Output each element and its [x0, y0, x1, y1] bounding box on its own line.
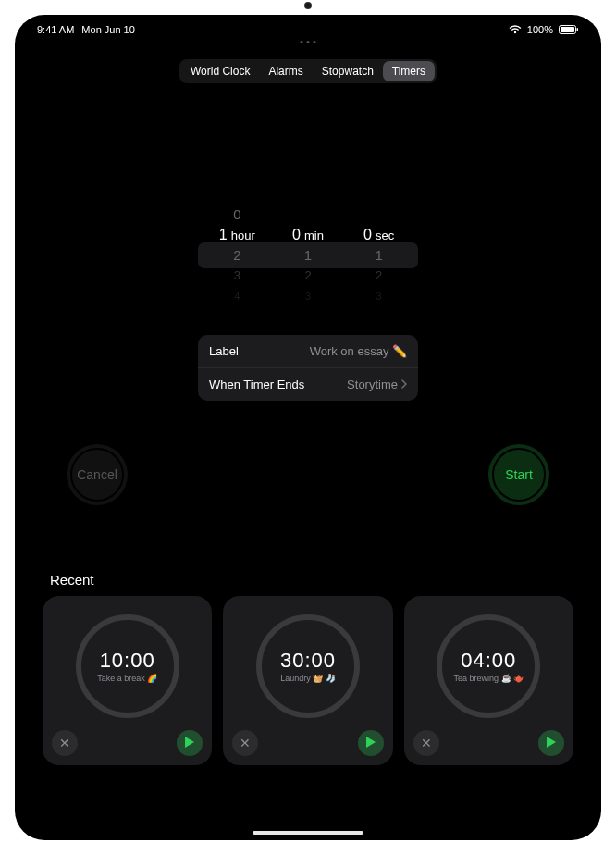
recent-timer-label: Tea brewing ☕️ 🫖: [450, 675, 528, 684]
recent-timer-label: Laundry 🧺 🧦: [277, 675, 339, 684]
recent-timers-row: 10:00 Take a break 🌈 ✕ 30:00 Laundry 🧺 🧦: [43, 596, 573, 765]
timer-dial: 04:00 Tea brewing ☕️ 🫖: [437, 614, 540, 718]
play-icon: [185, 735, 194, 751]
wifi-icon: [509, 25, 522, 34]
timer-label-value: Work on essay ✏️: [310, 344, 407, 358]
battery-icon: [559, 25, 579, 34]
picker-hours-option: 0: [233, 206, 240, 223]
tab-world-clock[interactable]: World Clock: [181, 61, 259, 81]
play-icon: [547, 735, 556, 751]
picker-minutes-option: 2: [304, 267, 311, 284]
close-icon: ✕: [59, 736, 70, 750]
picker-seconds[interactable]: 0 sec 1 2 3: [343, 200, 414, 311]
play-recent-button[interactable]: [538, 730, 564, 756]
picker-hours[interactable]: 0 1 hour 2 3 4: [202, 200, 273, 311]
picker-minutes-selected: 0: [292, 227, 301, 243]
picker-seconds-option: 1: [376, 247, 383, 264]
picker-hours-selected: 1: [219, 227, 228, 243]
picker-minutes-unit: min: [304, 228, 324, 244]
delete-recent-button[interactable]: ✕: [413, 730, 439, 756]
cancel-button[interactable]: Cancel: [67, 444, 128, 505]
recent-timer-time: 30:00: [280, 649, 336, 673]
mode-tabs: World Clock Alarms Stopwatch Timers: [179, 59, 437, 83]
camera-dot: [305, 3, 311, 8]
svg-rect-2: [577, 28, 579, 31]
status-date: Mon Jun 10: [81, 24, 134, 35]
status-bar: 9:41 AM Mon Jun 10 100%: [15, 15, 601, 37]
picker-hours-unit: hour: [231, 228, 255, 244]
picker-seconds-option: 2: [376, 267, 382, 284]
picker-hours-option: 3: [234, 267, 240, 284]
status-time: 9:41 AM: [37, 24, 74, 35]
recent-timer-time: 04:00: [461, 649, 516, 673]
picker-minutes-option: 1: [304, 247, 312, 264]
delete-recent-button[interactable]: ✕: [232, 730, 258, 756]
when-timer-ends-row[interactable]: When Timer Ends Storytime: [198, 367, 418, 401]
svg-rect-1: [561, 27, 574, 32]
when-timer-ends-title: When Timer Ends: [209, 378, 304, 391]
picker-minutes[interactable]: 0 min 1 2 3: [273, 200, 344, 311]
ipad-frame: 9:41 AM Mon Jun 10 100% World Clock Alar…: [0, 0, 616, 855]
tab-alarms[interactable]: Alarms: [259, 61, 312, 81]
picker-hours-option: 2: [233, 247, 240, 264]
picker-seconds-selected: 0: [363, 227, 372, 243]
timer-label-title: Label: [209, 344, 239, 358]
chevron-right-icon: [401, 378, 407, 391]
start-button[interactable]: Start: [488, 444, 549, 505]
recent-timer-time: 10:00: [100, 649, 155, 673]
tab-timers[interactable]: Timers: [383, 61, 435, 81]
home-indicator[interactable]: [253, 831, 363, 835]
picker-hours-option: 4: [234, 288, 240, 304]
battery-percentage: 100%: [527, 24, 553, 35]
recent-timer-card[interactable]: 10:00 Take a break 🌈 ✕: [43, 596, 212, 765]
multitask-dots-icon[interactable]: [301, 41, 316, 43]
recent-timer-card[interactable]: 30:00 Laundry 🧺 🧦 ✕: [223, 596, 392, 765]
picker-minutes-option: 3: [305, 288, 311, 304]
close-icon: ✕: [240, 736, 251, 750]
play-icon: [366, 735, 376, 751]
timer-dial: 30:00 Laundry 🧺 🧦: [256, 614, 360, 718]
recent-timer-card[interactable]: 04:00 Tea brewing ☕️ 🫖 ✕: [404, 596, 573, 765]
delete-recent-button[interactable]: ✕: [52, 730, 78, 756]
picker-seconds-unit: sec: [376, 228, 394, 244]
duration-picker[interactable]: 0 1 hour 2 3 4 0 min 1 2: [202, 200, 414, 311]
tab-stopwatch[interactable]: Stopwatch: [313, 61, 383, 81]
recent-heading: Recent: [50, 572, 94, 588]
screen: 9:41 AM Mon Jun 10 100% World Clock Alar…: [15, 15, 601, 840]
close-icon: ✕: [421, 736, 432, 750]
timer-settings: Label Work on essay ✏️ When Timer Ends S…: [198, 335, 418, 401]
when-timer-ends-value: Storytime: [347, 378, 398, 391]
play-recent-button[interactable]: [177, 730, 203, 756]
play-recent-button[interactable]: [358, 730, 384, 756]
recent-timer-label: Take a break 🌈: [93, 675, 161, 684]
picker-seconds-option: 3: [376, 288, 382, 304]
timer-dial: 10:00 Take a break 🌈: [76, 614, 179, 718]
timer-label-row[interactable]: Label Work on essay ✏️: [198, 335, 418, 367]
